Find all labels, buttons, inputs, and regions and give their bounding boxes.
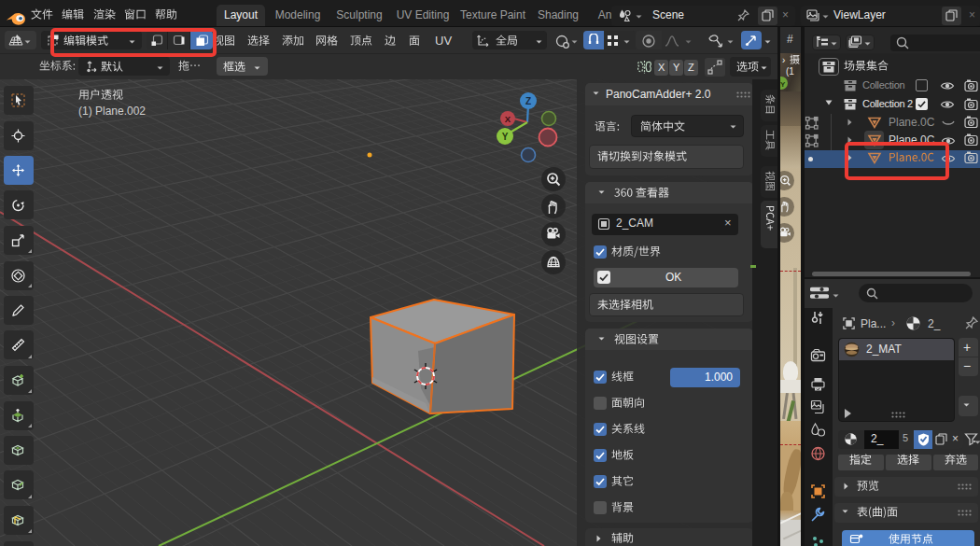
svg-text:Y: Y xyxy=(502,132,509,142)
svg-text:Z: Z xyxy=(525,96,531,106)
svg-text:X: X xyxy=(505,114,511,124)
